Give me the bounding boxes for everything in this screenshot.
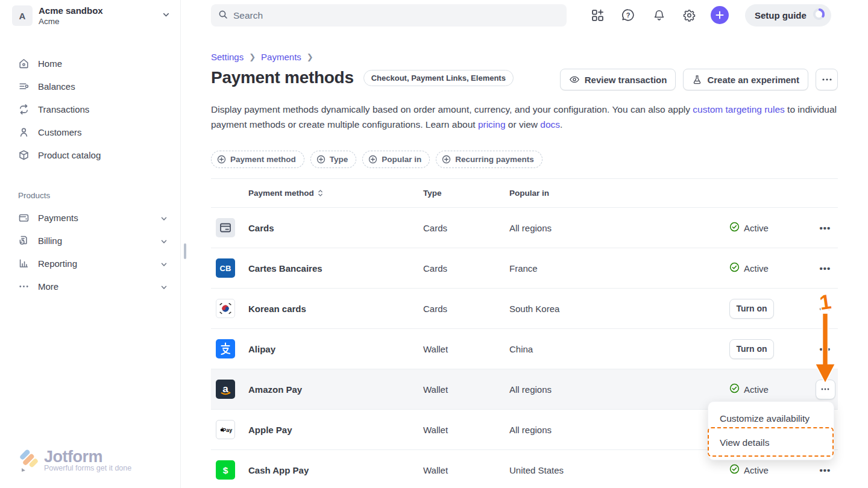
sidebar-item-balances[interactable]: Balances [0, 75, 181, 98]
turn-on-button[interactable]: Turn on [729, 339, 774, 359]
search-input[interactable] [233, 10, 535, 21]
products-badge: Checkout, Payment Links, Elements [363, 70, 514, 86]
breadcrumb-separator-icon: ❯ [249, 52, 256, 61]
payments-icon [18, 212, 30, 224]
header-overflow-button[interactable] [816, 69, 838, 90]
jotform-watermark: Jotform Powerful forms get it done [19, 448, 131, 475]
status-badge-active: Active [729, 222, 813, 234]
status-badge-active: Active [729, 262, 813, 274]
sort-icon [318, 189, 323, 197]
sidebar-item-home[interactable]: Home [0, 52, 181, 75]
row-overflow-button-active[interactable] [816, 380, 835, 399]
sidebar-item-billing[interactable]: Billing [0, 229, 181, 252]
sidebar-item-label: Product catalog [38, 150, 168, 160]
sidebar-item-label: Transactions [38, 104, 168, 114]
menu-item-view-details[interactable]: View details [708, 431, 834, 455]
account-name: Acme sandbox [39, 5, 162, 16]
payment-method-type: Cards [423, 223, 509, 233]
apps-grid-icon[interactable] [590, 8, 605, 22]
payment-method-popular-in: All regions [509, 223, 729, 233]
search-bar[interactable] [211, 4, 567, 27]
payment-method-name: Cartes Bancaires [248, 263, 423, 274]
table-row-cards[interactable]: Cards Cards All regions Active ••• [211, 208, 838, 248]
sidebar-item-label: Home [38, 58, 168, 69]
payment-method-type: Cards [423, 304, 509, 314]
check-circle-icon [729, 464, 740, 476]
account-avatar: A [12, 5, 33, 26]
sidebar: A Acme sandbox Acme Home Balances Transa… [0, 0, 181, 488]
payment-method-type: Wallet [423, 384, 509, 395]
reporting-icon [18, 258, 30, 269]
payment-method-type: Wallet [423, 465, 509, 475]
table-row-korean-cards[interactable]: Korean cards Cards South Korea Turn on •… [211, 289, 838, 329]
filter-pill-payment-method[interactable]: Payment method [211, 151, 304, 168]
turn-on-button[interactable]: Turn on [729, 299, 774, 319]
status-badge-active: Active [729, 383, 813, 395]
description-link[interactable]: custom targeting rules [693, 104, 785, 114]
filter-pill-popular-in[interactable]: Popular in [362, 151, 430, 168]
cb-icon: CB [211, 258, 248, 278]
chevron-down-icon [162, 10, 170, 21]
create-experiment-button[interactable]: Create an experiment [683, 69, 808, 90]
sidebar-item-reporting[interactable]: Reporting [0, 252, 181, 275]
help-icon[interactable]: ? [621, 8, 635, 22]
eye-icon [569, 74, 580, 85]
sidebar-item-transactions[interactable]: Transactions [0, 98, 181, 120]
sidebar-item-payments[interactable]: Payments [0, 206, 181, 229]
row-overflow-button[interactable]: ••• [820, 344, 831, 354]
payment-method-name: Cash App Pay [248, 465, 423, 475]
review-transaction-button[interactable]: Review transaction [560, 69, 676, 90]
jotform-logo-icon [19, 448, 39, 475]
payment-method-name: Korean cards [248, 304, 423, 314]
row-overflow-button[interactable]: ••• [820, 465, 831, 475]
search-icon [218, 10, 228, 22]
alipay-icon [211, 339, 248, 358]
table-row-cartes-bancaires[interactable]: CB Cartes Bancaires Cards France Active … [211, 248, 838, 289]
plus-circle-icon [316, 155, 326, 164]
payment-method-popular-in: China [509, 344, 729, 354]
sidebar-item-product-catalog[interactable]: Product catalog [0, 143, 181, 166]
table-row-alipay[interactable]: Alipay Wallet China Turn on ••• [211, 329, 838, 369]
payment-method-name: Alipay [248, 344, 423, 354]
create-plus-button[interactable] [711, 6, 729, 24]
check-circle-icon [729, 383, 740, 395]
sidebar-item-label: More [38, 281, 160, 292]
row-overflow-button[interactable]: ••• [820, 223, 831, 233]
breadcrumb: Settings ❯ Payments ❯ [211, 52, 319, 62]
payment-method-popular-in: All regions [509, 425, 729, 435]
status-badge-active: Active [729, 464, 813, 476]
description-link[interactable]: docs [540, 119, 560, 130]
jotform-wordmark: Jotform [44, 448, 131, 465]
breadcrumb-separator-icon: ❯ [307, 52, 313, 61]
filter-pill-recurring-payments[interactable]: Recurring payments [436, 151, 542, 168]
check-circle-icon [729, 222, 740, 234]
row-overflow-button[interactable]: ••• [820, 263, 831, 274]
payment-method-popular-in: France [509, 263, 729, 274]
breadcrumb-settings[interactable]: Settings [211, 52, 244, 62]
chevron-down-icon [160, 214, 168, 221]
settings-gear-icon[interactable] [682, 8, 696, 22]
balances-icon [18, 81, 30, 92]
header-actions: Review transaction Create an experiment [560, 69, 838, 90]
row-overflow-button[interactable]: ••• [820, 304, 831, 314]
more-icon [18, 281, 30, 292]
menu-item-customize-availability[interactable]: Customize availability [708, 407, 834, 431]
home-icon [18, 58, 30, 69]
filter-pill-type[interactable]: Type [310, 151, 357, 168]
kr-icon [211, 299, 248, 318]
sidebar-item-more[interactable]: More [0, 275, 181, 298]
account-switcher[interactable]: A Acme sandbox Acme [12, 5, 170, 27]
breadcrumb-payments[interactable]: Payments [261, 52, 301, 62]
setup-guide-label: Setup guide [755, 10, 807, 20]
setup-guide-button[interactable]: Setup guide [745, 4, 831, 27]
sidebar-scrollbar-thumb[interactable] [184, 243, 186, 259]
transactions-icon [18, 104, 30, 115]
sidebar-item-customers[interactable]: Customers [0, 120, 181, 143]
app-root: { "account": { "initial": "A", "name": "… [0, 0, 868, 488]
column-header-popular-in: Popular in [509, 189, 729, 198]
notifications-bell-icon[interactable] [652, 8, 666, 22]
description-link[interactable]: pricing [478, 119, 506, 130]
page-title: Payment methods [211, 68, 354, 87]
sidebar-section-label: Products [18, 191, 50, 200]
column-header-payment-method[interactable]: Payment method [248, 189, 423, 198]
